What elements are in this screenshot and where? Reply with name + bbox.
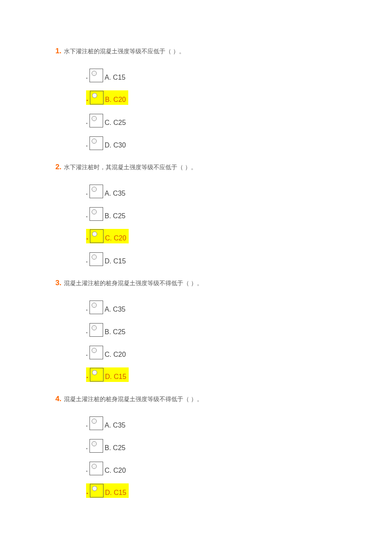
option: •C. C20 <box>86 459 337 475</box>
option-label: C. C25 <box>104 119 128 127</box>
highlighted-option: •D. C15 <box>86 367 129 382</box>
bullet-icon: • <box>86 375 88 382</box>
question-4: 4.混凝土灌注桩的桩身混凝土强度等级不得低于（ ）。•A. C35•B. C25… <box>55 395 337 498</box>
option: •D. C15 <box>86 366 337 382</box>
question-number: 1. <box>55 47 61 55</box>
bullet-icon: • <box>86 353 88 359</box>
radio-circle-icon <box>92 209 97 214</box>
option: •C. C25 <box>86 111 337 127</box>
question-header: 3.混凝土灌注桩的桩身混凝土强度等级不得低于（ ）。 <box>55 279 337 287</box>
radio-input[interactable] <box>89 301 103 314</box>
bullet-icon: • <box>86 98 88 104</box>
radio-input[interactable] <box>89 114 103 127</box>
option: •A. C35 <box>86 414 337 430</box>
bullet-icon: • <box>86 192 88 198</box>
option: •B. C25 <box>86 205 337 221</box>
radio-circle-icon <box>92 325 97 330</box>
options-list: •A. C35•B. C25•C. C20•D. C15 <box>86 182 337 266</box>
question-header: 4.混凝土灌注桩的桩身混凝土强度等级不得低于（ ）。 <box>55 395 337 403</box>
option-label: C. C20 <box>104 467 128 475</box>
question-number: 3. <box>55 279 61 287</box>
option: •D. C30 <box>86 134 337 150</box>
option: •D. C15 <box>86 250 337 266</box>
bullet-icon: • <box>86 469 88 475</box>
options-list: •A. C35•B. C25•C. C20•D. C15 <box>86 298 337 382</box>
option-label: B. C25 <box>104 444 127 453</box>
option: •C. C20 <box>86 227 337 243</box>
option-label: D. C30 <box>104 142 128 150</box>
option-label: D. C15 <box>104 257 128 266</box>
radio-input[interactable] <box>89 346 103 359</box>
radio-circle-icon <box>92 441 97 446</box>
radio-circle-icon <box>92 464 97 469</box>
radio-input[interactable] <box>90 368 104 382</box>
highlighted-option: •B. C20 <box>86 90 128 105</box>
radio-circle-icon <box>92 139 97 144</box>
question-1: 1.水下灌注桩的混凝土强度等级不应低于（ ）。•A. C15•B. C20•C.… <box>55 47 337 150</box>
option-label: D. C15 <box>104 489 128 497</box>
radio-circle-icon <box>92 231 97 237</box>
question-text: 混凝土灌注桩的桩身混凝土强度等级不得低于（ ）。 <box>64 396 203 403</box>
option: •B. C25 <box>86 436 337 453</box>
radio-circle-icon <box>92 303 97 308</box>
question-text: 混凝土灌注桩的桩身混凝土强度等级不得低于（ ）。 <box>64 280 203 287</box>
question-number: 2. <box>55 163 61 171</box>
radio-input[interactable] <box>90 91 104 104</box>
radio-input[interactable] <box>90 229 104 243</box>
bullet-icon: • <box>86 491 88 497</box>
radio-input[interactable] <box>89 416 103 430</box>
question-header: 2.水下灌注桩时，其混凝土强度等级不应低于（ ）。 <box>55 163 337 171</box>
radio-circle-icon <box>92 71 97 76</box>
highlighted-option: •D. C15 <box>86 483 129 498</box>
radio-circle-icon <box>92 254 97 260</box>
bullet-icon: • <box>86 121 88 127</box>
radio-circle-icon <box>92 486 97 491</box>
option: •C. C20 <box>86 343 337 359</box>
option: •B. C20 <box>86 89 337 105</box>
radio-circle-icon <box>92 370 97 375</box>
radio-input[interactable] <box>89 439 103 453</box>
options-list: •A. C15•B. C20•C. C25•D. C30 <box>86 66 337 150</box>
radio-circle-icon <box>92 187 97 192</box>
bullet-icon: • <box>86 330 88 337</box>
bullet-icon: • <box>86 424 88 430</box>
option-label: B. C25 <box>104 328 127 337</box>
radio-input[interactable] <box>89 252 103 266</box>
option: •B. C25 <box>86 321 337 337</box>
options-list: •A. C35•B. C25•C. C20•D. C15 <box>86 414 337 498</box>
option: •A. C15 <box>86 66 337 82</box>
question-3: 3.混凝土灌注桩的桩身混凝土强度等级不得低于（ ）。•A. C35•B. C25… <box>55 279 337 382</box>
highlighted-option: •C. C20 <box>86 229 129 243</box>
radio-input[interactable] <box>89 136 103 150</box>
bullet-icon: • <box>86 214 88 221</box>
question-text: 水下灌注桩时，其混凝土强度等级不应低于（ ）。 <box>64 164 197 171</box>
option-label: A. C15 <box>104 74 127 82</box>
radio-input[interactable] <box>90 484 104 497</box>
radio-input[interactable] <box>89 69 103 82</box>
quiz-content: 1.水下灌注桩的混凝土强度等级不应低于（ ）。•A. C15•B. C20•C.… <box>55 47 337 498</box>
option-label: C. C20 <box>104 234 128 243</box>
radio-circle-icon <box>92 348 97 353</box>
option-label: D. C15 <box>104 373 128 382</box>
radio-input[interactable] <box>89 185 103 198</box>
option-label: A. C35 <box>104 190 127 198</box>
radio-input[interactable] <box>89 207 103 221</box>
radio-circle-icon <box>92 93 97 98</box>
radio-circle-icon <box>92 419 97 424</box>
question-header: 1.水下灌注桩的混凝土强度等级不应低于（ ）。 <box>55 47 337 55</box>
radio-input[interactable] <box>89 323 103 337</box>
option-label: B. C25 <box>104 212 127 221</box>
option-label: A. C35 <box>104 306 127 314</box>
bullet-icon: • <box>86 308 88 314</box>
option-label: A. C35 <box>104 422 127 430</box>
option-label: B. C20 <box>104 96 128 104</box>
question-text: 水下灌注桩的混凝土强度等级不应低于（ ）。 <box>64 48 185 55</box>
option: •D. C15 <box>86 482 337 498</box>
bullet-icon: • <box>86 446 88 453</box>
radio-input[interactable] <box>89 462 103 475</box>
question-2: 2.水下灌注桩时，其混凝土强度等级不应低于（ ）。•A. C35•B. C25•… <box>55 163 337 266</box>
bullet-icon: • <box>86 260 88 266</box>
radio-circle-icon <box>92 116 97 121</box>
bullet-icon: • <box>86 144 88 150</box>
option-label: C. C20 <box>104 351 128 359</box>
